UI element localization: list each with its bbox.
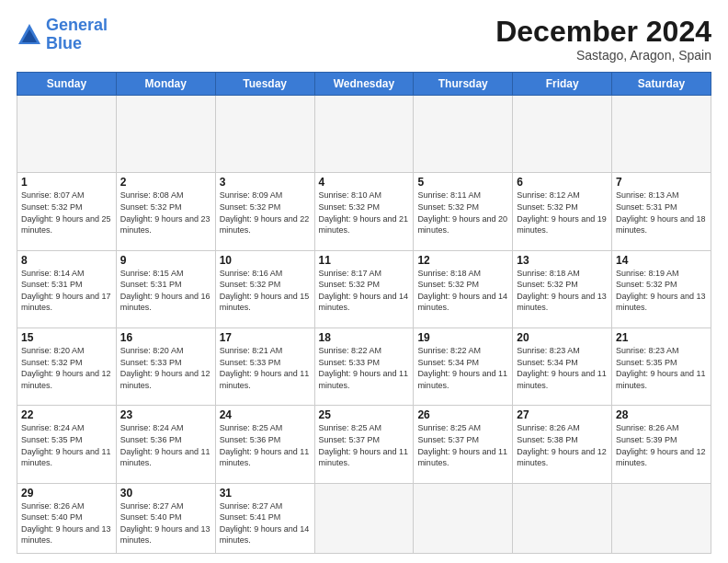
calendar-cell-empty (314, 483, 414, 553)
day-info: Sunrise: 8:12 AMSunset: 5:32 PMDaylight:… (517, 190, 608, 236)
day-number: 25 (319, 408, 410, 421)
day-info: Sunrise: 8:18 AMSunset: 5:32 PMDaylight:… (517, 268, 608, 314)
day-info: Sunrise: 8:15 AMSunset: 5:31 PMDaylight:… (120, 268, 211, 314)
day-number: 28 (616, 408, 707, 421)
calendar-week-0 (17, 96, 711, 173)
col-header-friday: Friday (513, 73, 612, 96)
logo-icon (17, 22, 42, 48)
calendar-cell-27: 27Sunrise: 8:26 AMSunset: 5:38 PMDayligh… (513, 406, 612, 483)
calendar-week-2: 8Sunrise: 8:14 AMSunset: 5:31 PMDaylight… (17, 250, 711, 327)
page: General Blue December 2024 Sastago, Arag… (0, 0, 728, 563)
header: General Blue December 2024 Sastago, Arag… (17, 17, 711, 63)
day-number: 31 (220, 487, 311, 500)
title-block: December 2024 Sastago, Aragon, Spain (495, 17, 711, 63)
day-info: Sunrise: 8:18 AMSunset: 5:32 PMDaylight:… (417, 268, 508, 314)
day-number: 29 (21, 487, 112, 500)
day-info: Sunrise: 8:25 AMSunset: 5:37 PMDaylight:… (417, 422, 508, 468)
calendar-cell-4: 4Sunrise: 8:10 AMSunset: 5:32 PMDaylight… (314, 173, 414, 250)
day-info: Sunrise: 8:20 AMSunset: 5:33 PMDaylight:… (120, 345, 211, 391)
day-number: 14 (616, 254, 707, 267)
col-header-sunday: Sunday (17, 73, 117, 96)
day-info: Sunrise: 8:27 AMSunset: 5:41 PMDaylight:… (220, 500, 311, 546)
day-number: 17 (220, 331, 311, 344)
day-number: 23 (120, 408, 211, 421)
day-number: 21 (616, 331, 707, 344)
calendar-week-3: 15Sunrise: 8:20 AMSunset: 5:32 PMDayligh… (17, 327, 711, 405)
calendar-cell-11: 11Sunrise: 8:17 AMSunset: 5:32 PMDayligh… (314, 250, 414, 327)
calendar-cell-empty (116, 96, 215, 173)
day-number: 11 (319, 254, 410, 267)
day-number: 18 (319, 331, 410, 344)
day-info: Sunrise: 8:14 AMSunset: 5:31 PMDaylight:… (21, 268, 112, 314)
calendar-cell-23: 23Sunrise: 8:24 AMSunset: 5:36 PMDayligh… (116, 406, 215, 483)
calendar-cell-19: 19Sunrise: 8:22 AMSunset: 5:34 PMDayligh… (414, 327, 513, 405)
day-number: 7 (616, 176, 707, 189)
calendar-cell-empty (612, 96, 711, 173)
logo-line1: General (46, 16, 108, 34)
day-number: 3 (220, 176, 311, 189)
day-info: Sunrise: 8:17 AMSunset: 5:32 PMDaylight:… (319, 268, 410, 314)
day-info: Sunrise: 8:26 AMSunset: 5:39 PMDaylight:… (616, 422, 707, 468)
day-number: 16 (120, 331, 211, 344)
calendar-cell-17: 17Sunrise: 8:21 AMSunset: 5:33 PMDayligh… (215, 327, 314, 405)
day-info: Sunrise: 8:13 AMSunset: 5:31 PMDaylight:… (616, 190, 707, 236)
calendar-cell-7: 7Sunrise: 8:13 AMSunset: 5:31 PMDaylight… (612, 173, 711, 250)
calendar-cell-29: 29Sunrise: 8:26 AMSunset: 5:40 PMDayligh… (17, 483, 117, 553)
calendar-cell-31: 31Sunrise: 8:27 AMSunset: 5:41 PMDayligh… (215, 483, 314, 553)
calendar-cell-15: 15Sunrise: 8:20 AMSunset: 5:32 PMDayligh… (17, 327, 117, 405)
day-info: Sunrise: 8:19 AMSunset: 5:32 PMDaylight:… (616, 268, 707, 314)
calendar-week-4: 22Sunrise: 8:24 AMSunset: 5:35 PMDayligh… (17, 406, 711, 483)
day-info: Sunrise: 8:27 AMSunset: 5:40 PMDaylight:… (120, 500, 211, 546)
calendar-cell-25: 25Sunrise: 8:25 AMSunset: 5:37 PMDayligh… (314, 406, 414, 483)
col-header-tuesday: Tuesday (215, 73, 314, 96)
day-number: 8 (21, 254, 112, 267)
calendar-cell-empty (414, 483, 513, 553)
day-number: 30 (120, 487, 211, 500)
calendar-cell-1: 1Sunrise: 8:07 AMSunset: 5:32 PMDaylight… (17, 173, 117, 250)
calendar-cell-14: 14Sunrise: 8:19 AMSunset: 5:32 PMDayligh… (612, 250, 711, 327)
calendar-cell-21: 21Sunrise: 8:23 AMSunset: 5:35 PMDayligh… (612, 327, 711, 405)
calendar-cell-28: 28Sunrise: 8:26 AMSunset: 5:39 PMDayligh… (612, 406, 711, 483)
calendar-cell-24: 24Sunrise: 8:25 AMSunset: 5:36 PMDayligh… (215, 406, 314, 483)
calendar-cell-5: 5Sunrise: 8:11 AMSunset: 5:32 PMDaylight… (414, 173, 513, 250)
logo-text: General Blue (46, 17, 108, 53)
calendar-cell-10: 10Sunrise: 8:16 AMSunset: 5:32 PMDayligh… (215, 250, 314, 327)
month-title: December 2024 (495, 17, 711, 46)
calendar-cell-2: 2Sunrise: 8:08 AMSunset: 5:32 PMDaylight… (116, 173, 215, 250)
calendar-cell-30: 30Sunrise: 8:27 AMSunset: 5:40 PMDayligh… (116, 483, 215, 553)
calendar-table: SundayMondayTuesdayWednesdayThursdayFrid… (17, 72, 711, 554)
day-info: Sunrise: 8:20 AMSunset: 5:32 PMDaylight:… (21, 345, 112, 391)
day-info: Sunrise: 8:23 AMSunset: 5:34 PMDaylight:… (517, 345, 608, 391)
day-info: Sunrise: 8:07 AMSunset: 5:32 PMDaylight:… (21, 190, 112, 236)
day-number: 15 (21, 331, 112, 344)
day-number: 24 (220, 408, 311, 421)
day-number: 27 (517, 408, 608, 421)
logo: General Blue (17, 17, 108, 53)
day-info: Sunrise: 8:11 AMSunset: 5:32 PMDaylight:… (417, 190, 508, 236)
logo-line2: Blue (46, 34, 82, 52)
day-number: 19 (417, 331, 508, 344)
calendar-week-5: 29Sunrise: 8:26 AMSunset: 5:40 PMDayligh… (17, 483, 711, 553)
day-info: Sunrise: 8:21 AMSunset: 5:33 PMDaylight:… (220, 345, 311, 391)
calendar-cell-empty (215, 96, 314, 173)
day-info: Sunrise: 8:26 AMSunset: 5:38 PMDaylight:… (517, 422, 608, 468)
day-info: Sunrise: 8:26 AMSunset: 5:40 PMDaylight:… (21, 500, 112, 546)
col-header-saturday: Saturday (612, 73, 711, 96)
day-number: 9 (120, 254, 211, 267)
calendar-cell-20: 20Sunrise: 8:23 AMSunset: 5:34 PMDayligh… (513, 327, 612, 405)
day-info: Sunrise: 8:08 AMSunset: 5:32 PMDaylight:… (120, 190, 211, 236)
calendar-cell-empty (17, 96, 117, 173)
calendar-cell-empty (414, 96, 513, 173)
day-number: 22 (21, 408, 112, 421)
day-info: Sunrise: 8:24 AMSunset: 5:36 PMDaylight:… (120, 422, 211, 468)
calendar-cell-18: 18Sunrise: 8:22 AMSunset: 5:33 PMDayligh… (314, 327, 414, 405)
calendar-cell-13: 13Sunrise: 8:18 AMSunset: 5:32 PMDayligh… (513, 250, 612, 327)
calendar-cell-empty (513, 96, 612, 173)
calendar-cell-6: 6Sunrise: 8:12 AMSunset: 5:32 PMDaylight… (513, 173, 612, 250)
location: Sastago, Aragon, Spain (495, 48, 711, 63)
calendar-week-1: 1Sunrise: 8:07 AMSunset: 5:32 PMDaylight… (17, 173, 711, 250)
calendar-cell-9: 9Sunrise: 8:15 AMSunset: 5:31 PMDaylight… (116, 250, 215, 327)
day-info: Sunrise: 8:25 AMSunset: 5:37 PMDaylight:… (319, 422, 410, 468)
day-info: Sunrise: 8:10 AMSunset: 5:32 PMDaylight:… (319, 190, 410, 236)
calendar-cell-26: 26Sunrise: 8:25 AMSunset: 5:37 PMDayligh… (414, 406, 513, 483)
